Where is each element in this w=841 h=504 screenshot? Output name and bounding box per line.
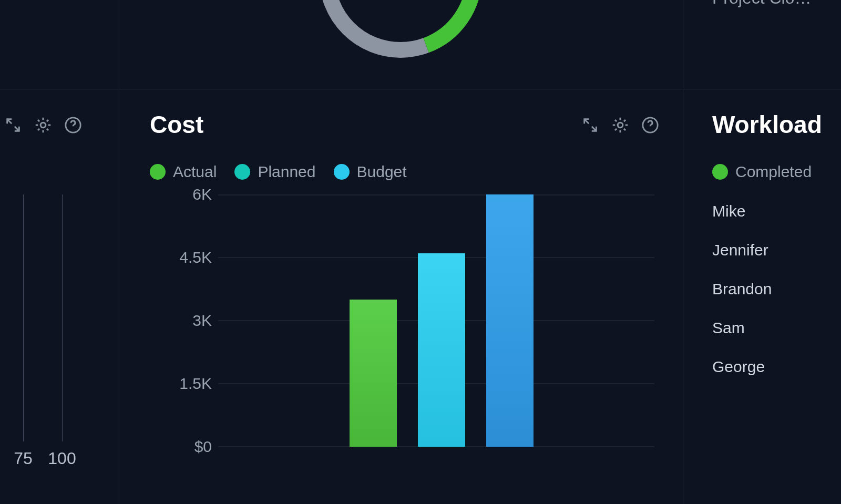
y-tick-label: 3K [192,312,212,330]
panel-cost: Cost Actual Planned Budget [118,89,683,504]
y-tick-label: 4.5K [179,249,212,266]
legend-cost: Actual Planned Budget [150,163,407,181]
panel-top-right: Project Clo… [683,0,841,89]
panel-top-left [0,0,118,89]
list-item[interactable]: Mike [712,202,772,220]
list-item[interactable]: George [712,358,772,376]
legend-dot [150,164,166,180]
legend-dot [334,164,350,180]
dashboard-grid: Project Clo… 75 100 Cost [0,0,841,504]
expand-icon[interactable] [581,116,599,134]
list-item[interactable]: Jennifer [712,241,772,259]
bar-planned[interactable] [418,253,465,447]
legend-label: Budget [357,163,407,181]
panel-left-fragment: 75 100 [0,89,118,504]
legend-item-completed[interactable]: Completed [712,163,812,181]
bar-actual[interactable] [350,300,397,447]
panel-title-workload: Workload [712,110,822,139]
legend-label: Completed [735,163,812,181]
panel-title-cost: Cost [150,110,203,139]
axis-tick-label: 75 [14,449,33,468]
list-item[interactable]: Brandon [712,280,772,298]
axis-tick-line [23,194,24,441]
legend-dot [234,164,250,180]
project-label-truncated: Project Clo… [712,0,812,8]
legend-label: Actual [173,163,217,181]
y-tick-label: $0 [194,438,212,456]
legend-label: Planned [258,163,315,181]
cost-bar-chart: 6K 4.5K 3K 1.5K $0 [150,194,654,468]
bar-budget[interactable] [486,194,534,447]
legend-workload: Completed [712,163,812,181]
legend-item-budget[interactable]: Budget [334,163,407,181]
left-axis-fragment: 75 100 [0,89,118,504]
list-item[interactable]: Sam [712,319,772,337]
legend-item-planned[interactable]: Planned [234,163,315,181]
workload-people-list: Mike Jennifer Brandon Sam George [712,202,772,376]
panel-workload: Workload Completed Mike Jennifer Brandon… [683,89,841,504]
axis-tick-label: 100 [48,449,76,468]
legend-item-actual[interactable]: Actual [150,163,217,181]
axis-tick-line [62,194,63,441]
panel-progress-donut [118,0,683,89]
y-tick-label: 6K [192,186,212,203]
progress-donut [314,0,487,65]
panel-actions-cost [581,116,659,135]
legend-dot [712,164,728,180]
help-icon[interactable] [641,116,659,134]
gear-icon[interactable] [611,116,630,135]
svg-point-4 [618,122,623,128]
y-tick-label: 1.5K [179,375,212,393]
